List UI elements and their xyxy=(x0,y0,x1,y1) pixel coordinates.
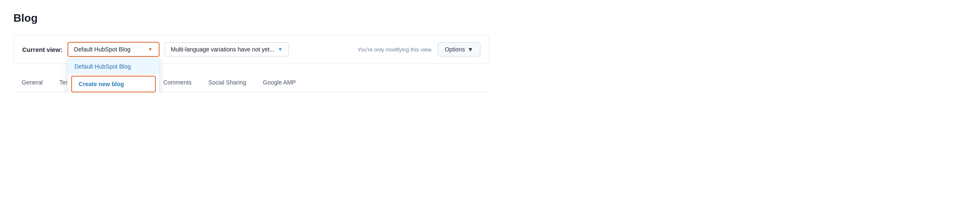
options-button[interactable]: Options ▼ xyxy=(438,42,480,56)
tab-general[interactable]: General xyxy=(13,74,51,92)
view-note: You're only modifying this view. xyxy=(358,46,433,53)
dropdown-item-create-blog[interactable]: Create new blog xyxy=(71,76,156,92)
current-view-bar: Current view: Default HubSpot Blog ▼ Def… xyxy=(13,35,489,64)
options-label: Options xyxy=(445,46,465,53)
chevron-down-icon-secondary: ▼ xyxy=(278,46,283,52)
page-title: Blog xyxy=(13,12,489,25)
page-container: Blog Current view: Default HubSpot Blog … xyxy=(0,0,503,92)
dropdown-item-default[interactable]: Default HubSpot Blog xyxy=(68,59,159,74)
current-view-label: Current view: xyxy=(22,46,62,53)
secondary-dropdown-value: Multi-language variations have not yet..… xyxy=(171,46,274,53)
secondary-dropdown-button[interactable]: Multi-language variations have not yet..… xyxy=(165,42,289,56)
primary-dropdown-menu: Default HubSpot Blog Create new blog Imp… xyxy=(67,59,160,92)
tab-comments[interactable]: Comments xyxy=(155,74,200,92)
tab-google-amp[interactable]: Google AMP xyxy=(255,74,304,92)
tab-social-sharing[interactable]: Social Sharing xyxy=(200,74,255,92)
chevron-down-icon-options: ▼ xyxy=(467,46,473,53)
primary-dropdown[interactable]: Default HubSpot Blog ▼ Default HubSpot B… xyxy=(67,42,160,57)
chevron-down-icon: ▼ xyxy=(148,46,153,52)
primary-dropdown-value: Default HubSpot Blog xyxy=(74,46,131,53)
primary-dropdown-button[interactable]: Default HubSpot Blog ▼ xyxy=(67,42,160,57)
